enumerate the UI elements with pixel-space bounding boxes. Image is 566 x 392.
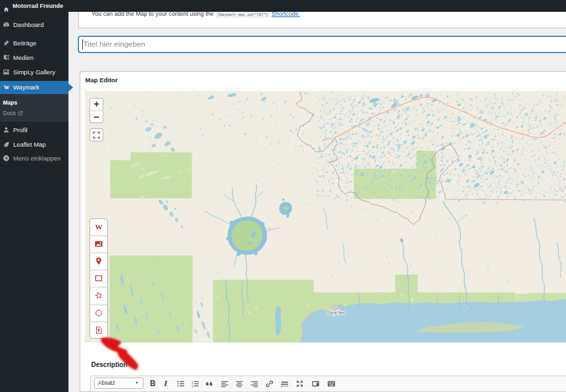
svg-text:W: W [95,223,103,231]
svg-text:3: 3 [192,385,193,388]
svg-text:W: W [4,85,10,91]
svg-text:Sept-Îles: Sept-Îles [328,309,345,315]
